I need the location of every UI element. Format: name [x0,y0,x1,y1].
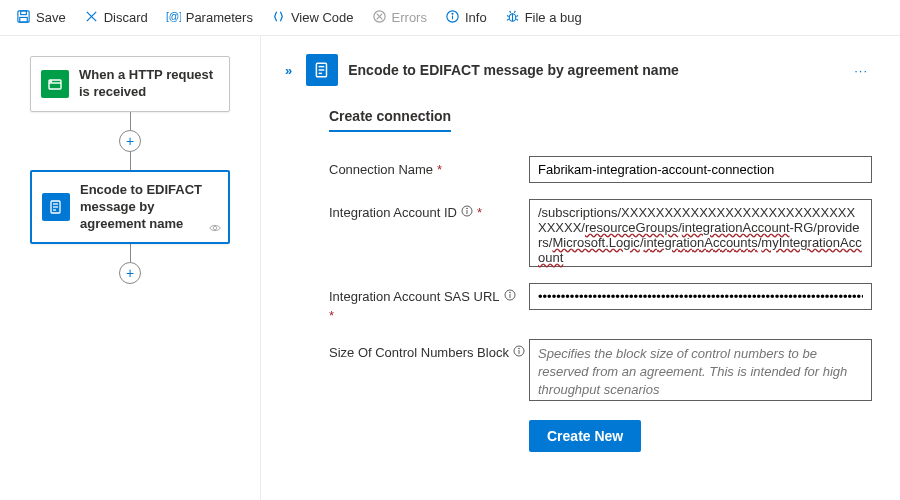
save-icon [16,9,31,27]
errors-label: Errors [392,10,427,25]
block-size-input[interactable] [529,339,872,401]
viewcode-button[interactable]: View Code [263,5,362,31]
action-node[interactable]: Encode to EDIFACT message by agreement n… [30,170,230,245]
integration-account-id-input[interactable]: /subscriptions/XXXXXXXXXXXXXXXXXXXXXXXXX… [529,199,872,267]
svg-rect-2 [20,17,28,22]
info-icon [445,9,460,27]
config-panel: » Encode to EDIFACT message by agreement… [260,36,900,500]
designer-canvas: When a HTTP request is received + Encode… [0,36,260,500]
sas-url-row: Integration Account SAS URL * [329,283,872,323]
parameters-label: Parameters [186,10,253,25]
add-step-button[interactable]: + [119,262,141,284]
block-size-label: Size Of Control Numbers Block [329,339,529,404]
svg-line-14 [507,15,509,16]
discard-button[interactable]: Discard [76,5,156,31]
svg-line-17 [516,19,518,20]
button-row: Create New [329,420,872,452]
svg-point-27 [213,227,217,231]
connector-line [130,112,131,130]
http-trigger-icon [41,70,69,98]
panel-more-button[interactable]: ··· [850,59,872,82]
required-marker: * [329,308,529,323]
create-connection-section: Create connection Connection Name * Inte… [281,108,872,452]
svg-line-18 [509,10,510,12]
sas-url-input[interactable] [529,283,872,310]
trigger-node[interactable]: When a HTTP request is received [30,56,230,112]
svg-point-33 [467,208,468,209]
info-button[interactable]: Info [437,5,495,31]
svg-text:[@]: [@] [166,11,181,22]
filebug-label: File a bug [525,10,582,25]
svg-point-22 [51,81,52,82]
connector-line [130,152,131,170]
info-icon[interactable] [504,289,516,301]
svg-rect-1 [21,10,27,14]
svg-line-19 [514,10,515,12]
connection-name-row: Connection Name * [329,156,872,183]
code-icon [271,9,286,27]
panel-title: Encode to EDIFACT message by agreement n… [348,62,840,78]
required-marker: * [437,162,442,177]
errors-button: Errors [364,5,435,31]
connection-name-input[interactable] [529,156,872,183]
save-label: Save [36,10,66,25]
discard-icon [84,9,99,27]
save-button[interactable]: Save [8,5,74,31]
create-new-button[interactable]: Create New [529,420,641,452]
collapse-button[interactable]: » [281,61,296,80]
errors-icon [372,9,387,27]
required-marker: * [477,205,482,220]
info-icon[interactable] [513,345,525,357]
info-label: Info [465,10,487,25]
integration-account-id-label: Integration Account ID * [329,199,529,267]
svg-line-15 [516,15,518,16]
viewcode-label: View Code [291,10,354,25]
edifact-icon [42,193,70,221]
trigger-label: When a HTTP request is received [79,67,219,101]
add-step-button[interactable]: + [119,130,141,152]
filebug-button[interactable]: File a bug [497,5,590,31]
bug-icon [505,9,520,27]
action-label: Encode to EDIFACT message by agreement n… [80,182,218,233]
sas-url-label: Integration Account SAS URL * [329,283,529,323]
svg-point-10 [452,13,453,14]
info-icon[interactable] [461,205,473,217]
connection-name-label: Connection Name * [329,156,529,183]
svg-line-16 [507,19,509,20]
toolbar: Save Discard [@] Parameters View Code Er… [0,0,900,36]
panel-header: » Encode to EDIFACT message by agreement… [281,54,872,86]
visibility-icon [208,221,222,238]
connector-line [130,244,131,262]
block-size-row: Size Of Control Numbers Block [329,339,872,404]
section-title: Create connection [329,108,451,132]
discard-label: Discard [104,10,148,25]
svg-point-36 [509,292,510,293]
main-area: When a HTTP request is received + Encode… [0,36,900,500]
parameters-button[interactable]: [@] Parameters [158,5,261,31]
parameters-icon: [@] [166,9,181,27]
svg-point-39 [519,348,520,349]
integration-account-id-row: Integration Account ID * /subscriptions/… [329,199,872,267]
panel-edifact-icon [306,54,338,86]
